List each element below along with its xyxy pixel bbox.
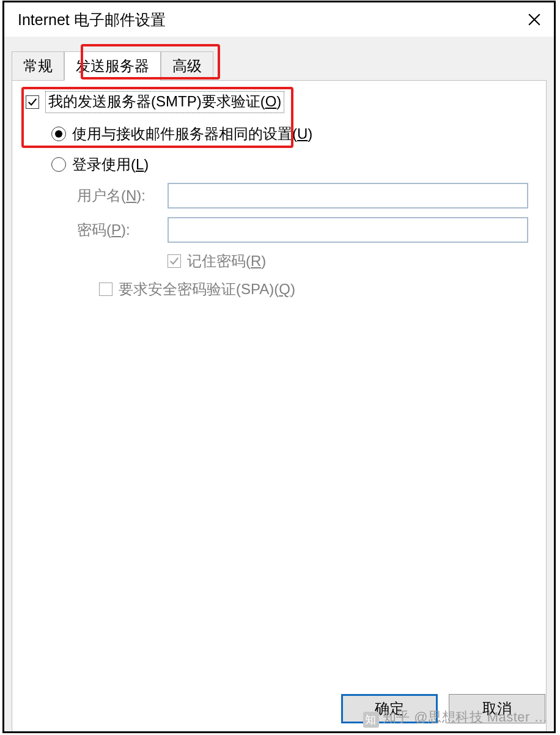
row-spa: 要求安全密码验证(SPA)(Q) (99, 279, 540, 299)
password-input[interactable] (168, 217, 528, 243)
row-radio-same: 使用与接收邮件服务器相同的设置(U) (51, 124, 540, 144)
form-content: 我的发送服务器(SMTP)要求验证(O) 使用与接收邮件服务器相同的设置(U) … (26, 91, 540, 299)
cancel-button[interactable]: 取消 (449, 694, 545, 723)
tab-label: 高级 (172, 56, 202, 76)
checkbox-spa[interactable] (99, 283, 112, 296)
ok-button-label: 确定 (375, 699, 404, 718)
tab-strip: 常规 发送服务器 高级 (12, 50, 547, 81)
tab-label: 发送服务器 (76, 56, 149, 76)
row-username: 用户名(N): (77, 183, 540, 209)
row-radio-login: 登录使用(L) (51, 155, 540, 174)
checkbox-remember-password[interactable] (168, 254, 181, 268)
username-label: 用户名(N): (77, 186, 168, 205)
checkbox-spa-label: 要求安全密码验证(SPA)(Q) (119, 279, 295, 299)
radio-same-settings[interactable] (51, 127, 66, 141)
cancel-button-label: 取消 (482, 699, 512, 718)
titlebar: Internet 电子邮件设置 (4, 2, 554, 37)
checkbox-smtp-auth-label: 我的发送服务器(SMTP)要求验证(O) (48, 93, 281, 109)
username-input[interactable] (168, 183, 528, 209)
row-smtp-auth: 我的发送服务器(SMTP)要求验证(O) (26, 91, 540, 113)
dialog-window: Internet 电子邮件设置 常规 发送服务器 高级 (2, 1, 556, 733)
client-area: 常规 发送服务器 高级 我的发送服务器(SMTP)要求 (4, 37, 554, 731)
tab-general[interactable]: 常规 (12, 51, 64, 81)
dialog-footer: 确定 取消 (4, 686, 554, 731)
radio-logon-using[interactable] (51, 157, 66, 172)
close-icon[interactable] (526, 11, 543, 28)
tab-advanced[interactable]: 高级 (161, 51, 213, 81)
row-remember-password: 记住密码(R) (168, 251, 540, 271)
tab-label: 常规 (23, 56, 53, 76)
focus-rect: 我的发送服务器(SMTP)要求验证(O) (45, 91, 284, 113)
radio-dot-icon (55, 130, 62, 138)
row-password: 密码(P): (77, 217, 540, 243)
ok-button[interactable]: 确定 (341, 694, 438, 723)
tab-page: 我的发送服务器(SMTP)要求验证(O) 使用与接收邮件服务器相同的设置(U) … (12, 80, 547, 731)
radio-logon-using-label: 登录使用(L) (72, 155, 149, 174)
radio-same-settings-label: 使用与接收邮件服务器相同的设置(U) (72, 124, 312, 144)
checkbox-remember-password-label: 记住密码(R) (187, 251, 266, 271)
dialog-title: Internet 电子邮件设置 (18, 10, 166, 30)
checkbox-smtp-auth[interactable] (26, 95, 39, 109)
tab-outgoing-server[interactable]: 发送服务器 (64, 51, 161, 81)
password-label: 密码(P): (77, 220, 168, 240)
